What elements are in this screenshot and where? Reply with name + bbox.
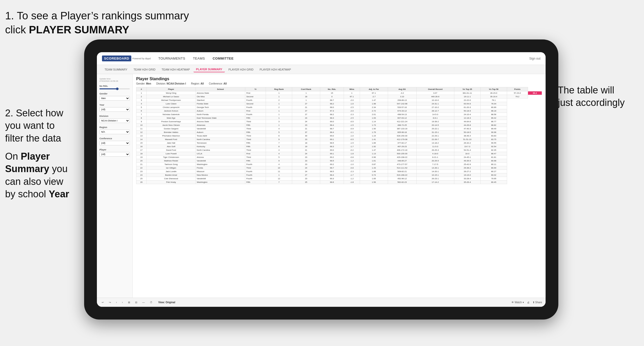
table-cell: Ian Gilligan [147, 166, 196, 170]
sidebar-no-rds: No Rds. [99, 85, 130, 89]
table-cell: 3.10 [388, 95, 416, 99]
table-cell: 10-15-1 [416, 173, 454, 177]
table-cell: 24 [292, 120, 320, 123]
table-cell: First [245, 91, 266, 95]
toolbar-redo[interactable]: ↪ [108, 300, 112, 304]
table-cell: 4 [266, 127, 292, 131]
table-cell: -1.5 [344, 123, 360, 127]
table-cell: 0.87 [360, 163, 388, 166]
table-cell: 21 [292, 127, 320, 131]
table-cell: 35-16-4 [481, 95, 507, 99]
table-cell: 69.3 [320, 177, 344, 181]
toolbar-clock[interactable]: ⏱ [149, 300, 154, 304]
col-rank: # [136, 87, 147, 91]
table-cell: 488-72-25 [388, 123, 416, 127]
table-cell: 14-5-3 [416, 113, 454, 116]
table-cell: 28-12-7 [416, 109, 454, 113]
toolbar-view[interactable]: View: Original [158, 301, 175, 304]
toolbar-watch[interactable]: 👁 Watch ▾ [511, 301, 524, 304]
subnav-team-summary[interactable]: TEAM SUMMARY [102, 67, 130, 72]
table-cell: 4 [266, 148, 292, 152]
table-cell: 9 [136, 120, 147, 123]
table-cell: Michael Thorbjornsen [147, 99, 196, 102]
nav-committee[interactable]: COMMITTEE [213, 57, 234, 60]
table-cell: -0.8 [344, 156, 360, 159]
toolbar-copy[interactable]: ⊞ [127, 300, 131, 304]
ann4-prefix: On PlayerSummary youcan also viewby scho… [5, 151, 69, 199]
conference-select[interactable]: (All) [99, 141, 130, 145]
table-title: Player Standings [136, 77, 227, 81]
table-row: 9Preston SummerhaysArizona StateThird324… [136, 120, 542, 123]
table-cell: 1.61 [360, 159, 388, 163]
table-cell: Vanderbilt [196, 127, 245, 131]
table-cell: Third [245, 138, 266, 141]
year-select[interactable]: (All) [99, 107, 130, 112]
player-select[interactable]: (All) [99, 152, 130, 157]
table-cell: 68.7 [320, 166, 344, 170]
toolbar-forward[interactable]: › [121, 300, 124, 304]
subnav-team-h2h-grid[interactable]: TEAM H2H GRID [131, 67, 158, 72]
table-cell: Tennessee [196, 141, 245, 145]
col-adj: Adj. to Par [360, 87, 388, 91]
table-cell: 6 [136, 109, 147, 113]
table-cell: 377-82-17 [388, 141, 416, 145]
table-cell: -1.0 [344, 134, 360, 138]
table-cell: 38-46-4 [454, 134, 481, 138]
table-cell: New Mexico [196, 173, 245, 177]
division-select[interactable]: NCAA Division I [99, 118, 130, 123]
table-row: 20Matthew RiedelVanderbiltFifth92368.5-1… [136, 159, 542, 163]
table-row: 24Bastien AmatNew MexicoFourth12768.4-1.… [136, 173, 542, 177]
col-reg-rank: Reg Rank [266, 87, 292, 91]
subnav-player-h2h-grid[interactable]: PLAYER H2H GRID [226, 67, 256, 72]
table-cell: 628-150-30 [388, 134, 416, 138]
table-cell: Luke Powell [147, 152, 196, 156]
subnav-player-h2h-heatmap[interactable]: PLAYER H2H HEATMAP [257, 67, 293, 72]
table-cell: 83.83 [481, 134, 507, 138]
table-cell: 4 [266, 163, 292, 166]
table-cell: Third [245, 127, 266, 131]
subnav-team-h2h-heatmap[interactable]: TEAM H2H HEATMAP [159, 67, 192, 72]
table-cell: Gordon Sargent [147, 127, 196, 131]
nav-teams[interactable]: TEAMS [193, 57, 205, 60]
table-cell: Jack Lundin [147, 170, 196, 173]
nav-sign-out[interactable]: Sign out [529, 57, 540, 60]
toolbar-paste[interactable]: ⊟ [134, 300, 138, 304]
table-cell: 1.43 [360, 166, 388, 170]
table-cell: Jake Hall [147, 141, 196, 145]
table-header-row: # Player School Yr Reg Rank Conf Rank No… [136, 87, 542, 91]
toolbar-print[interactable]: 🖨 [527, 301, 530, 304]
gender-select[interactable]: Men [99, 96, 130, 101]
table-cell: Vanderbilt [196, 159, 245, 163]
table-cell: 22-29-1 [416, 134, 454, 138]
toolbar-view-label: View: Original [158, 301, 175, 304]
toolbar-dash[interactable]: — [141, 300, 146, 304]
table-cell: 0 [320, 95, 344, 99]
table-cell: 23 [292, 163, 320, 166]
table-cell: 0.74 [360, 173, 388, 177]
table-cell: 54-51-4 [454, 148, 481, 152]
table-cell: 15 [136, 141, 147, 145]
subnav-player-summary[interactable]: PLAYER SUMMARY [194, 67, 225, 72]
toolbar-undo[interactable]: ↩ [100, 300, 105, 304]
table-cell: 5 [266, 156, 292, 159]
table-cell: 86.77 [481, 120, 507, 123]
tablet-screen: SCOREBOARD Powered by dippd TOURNAMENTS … [97, 52, 546, 307]
table-cell: 3 [266, 120, 292, 123]
region-select[interactable]: N/A [99, 130, 130, 134]
table-cell: 5 [136, 106, 147, 109]
table-cell: Fifth [245, 159, 266, 163]
table-cell: 67.1 [360, 91, 388, 95]
table-cell: Kentucky [196, 145, 245, 148]
table-cell: 79.2 [507, 95, 528, 99]
nav-tournaments[interactable]: TOURNAMENTS [158, 57, 185, 60]
table-cell: 27 [292, 102, 320, 106]
table-cell: 69.0 [320, 134, 344, 138]
toolbar-share[interactable]: ⬆ Share [533, 301, 542, 304]
table-cell: 12 [136, 131, 147, 134]
toolbar-back[interactable]: ‹ [115, 300, 118, 304]
table-cell: 2.34 [360, 106, 388, 109]
table-cell: 68.0 [320, 106, 344, 109]
table-cell: 37 [292, 131, 320, 134]
table-cell: 8 [266, 145, 292, 148]
table-cell: 674-33-12 [388, 109, 416, 113]
